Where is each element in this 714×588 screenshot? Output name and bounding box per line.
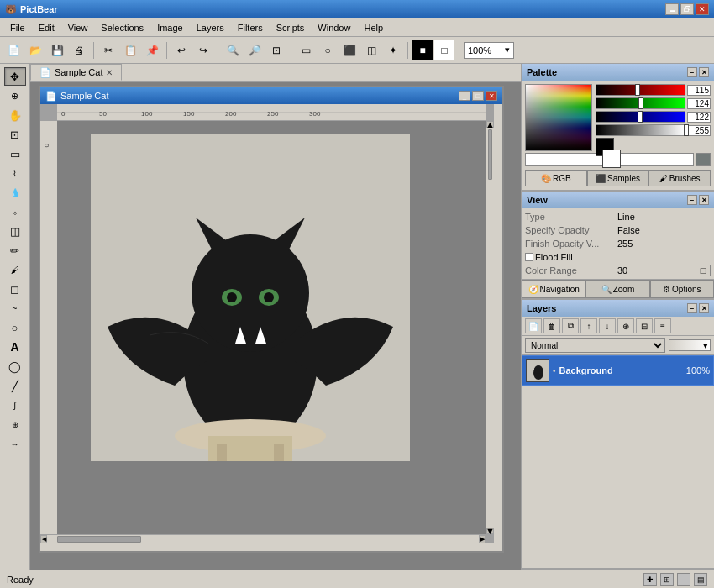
delete-layer-btn[interactable]: 🗑 — [543, 318, 560, 333]
tool-clone[interactable]: ⊕ — [4, 415, 26, 433]
tab-brushes[interactable]: 🖌 Brushes — [648, 170, 711, 186]
hue-gradient[interactable] — [525, 84, 592, 151]
background-swatch[interactable] — [602, 150, 621, 168]
menu-file[interactable]: File — [3, 21, 32, 34]
layers-pin[interactable]: − — [687, 303, 697, 313]
tool-select-rect[interactable]: ▭ — [4, 144, 26, 163]
bg-color[interactable]: □ — [434, 40, 454, 60]
menu-help[interactable]: Help — [357, 21, 390, 34]
open-button[interactable]: 📂 — [25, 40, 45, 60]
flood-fill-checkbox[interactable] — [525, 253, 533, 261]
new-layer-btn[interactable]: 📄 — [525, 318, 542, 333]
tab-samples[interactable]: ⬛ Samples — [587, 170, 649, 186]
zoom-out-button[interactable]: 🔍 — [223, 40, 243, 60]
layers-close[interactable]: ✕ — [699, 303, 709, 313]
green-thumb[interactable] — [638, 97, 643, 109]
move-up-btn[interactable]: ↑ — [580, 318, 597, 333]
status-icon-3[interactable]: — — [677, 573, 690, 586]
paste-button[interactable]: 📌 — [142, 40, 162, 60]
redo-button[interactable]: ↪ — [193, 40, 213, 60]
menu-filters[interactable]: Filters — [231, 21, 270, 34]
fg-color[interactable]: ■ — [412, 40, 433, 60]
red-slider[interactable] — [596, 84, 685, 96]
magic-wand[interactable]: ✦ — [383, 40, 403, 60]
tool-paintbucket[interactable]: ⬦ — [4, 202, 26, 221]
tool-brush[interactable]: 🖌 — [4, 260, 26, 279]
tool-eraser[interactable]: ◻ — [4, 280, 26, 298]
tool-zoom[interactable]: ⊕ — [4, 87, 26, 105]
close-button[interactable]: ✕ — [696, 3, 709, 15]
duplicate-layer-btn[interactable]: ⧉ — [562, 318, 579, 333]
menu-edit[interactable]: Edit — [32, 21, 61, 34]
alpha-thumb[interactable] — [684, 124, 689, 136]
color-range-btn[interactable]: □ — [696, 265, 711, 276]
tool-line[interactable]: ╱ — [4, 376, 26, 395]
ellipse-tool[interactable]: ○ — [318, 40, 338, 60]
layer-options-btn[interactable]: ≡ — [654, 318, 671, 333]
view-close[interactable]: ✕ — [699, 195, 709, 205]
blue-thumb[interactable] — [638, 111, 643, 123]
undo-button[interactable]: ↩ — [171, 40, 192, 60]
zoom-fit-button[interactable]: ⊡ — [266, 40, 286, 60]
scroll-left-arrow[interactable]: ◀ — [40, 535, 47, 543]
tool-move[interactable]: ✥ — [4, 67, 26, 86]
palette-close[interactable]: ✕ — [699, 67, 709, 77]
doc-maximize[interactable]: □ — [472, 91, 484, 101]
doc-minimize[interactable]: _ — [459, 91, 470, 101]
menu-selections[interactable]: Selections — [94, 21, 150, 34]
move-down-btn[interactable]: ↓ — [599, 318, 616, 333]
tab-navigation[interactable]: 🧭 Navigation — [522, 280, 585, 298]
flatten-btn[interactable]: ⊟ — [636, 318, 653, 333]
red-thumb[interactable] — [635, 84, 640, 96]
status-icon-1[interactable]: ✚ — [643, 573, 657, 586]
tool-hand[interactable]: ✋ — [4, 106, 26, 124]
menu-view[interactable]: View — [61, 21, 95, 34]
horizontal-scrollbar[interactable]: ◀ ▶ — [40, 534, 486, 543]
scroll-up-arrow[interactable]: ▲ — [486, 121, 494, 128]
zoom-in-button[interactable]: 🔎 — [244, 40, 265, 60]
fill-tool[interactable]: ⬛ — [339, 40, 360, 60]
scroll-right-arrow[interactable]: ▶ — [479, 535, 486, 543]
menu-image[interactable]: Image — [150, 21, 190, 34]
save-button[interactable]: 💾 — [47, 40, 67, 60]
rect-tool[interactable]: ▭ — [296, 40, 316, 60]
tool-text[interactable]: A — [4, 338, 26, 356]
status-icon-2[interactable]: ⊞ — [660, 573, 674, 586]
maximize-button[interactable]: 🗗 — [680, 3, 694, 15]
tab-options[interactable]: ⚙ Options — [650, 280, 714, 298]
tool-lasso[interactable]: ⌇ — [4, 164, 26, 182]
tab-sample-cat[interactable]: 📄 Sample Cat ✕ — [30, 64, 122, 81]
opacity-bar[interactable]: ▾ — [669, 339, 711, 351]
zoom-display[interactable]: 100% ▾ — [464, 42, 514, 59]
copy-button[interactable]: 📋 — [120, 40, 140, 60]
minimize-button[interactable]: 🗕 — [665, 3, 679, 15]
tool-path[interactable]: ∫ — [4, 396, 26, 414]
vertical-scroll-thumb[interactable] — [488, 129, 492, 180]
tool-measure[interactable]: ↔ — [4, 434, 26, 453]
cut-button[interactable]: ✂ — [98, 40, 118, 60]
layer-item-background[interactable]: • Background 100% — [522, 355, 714, 386]
tool-dodge[interactable]: ○ — [4, 318, 26, 337]
alpha-value[interactable]: 255 — [687, 125, 711, 136]
tool-smudge[interactable]: ~ — [4, 299, 26, 318]
tab-close-button[interactable]: ✕ — [106, 68, 113, 77]
tab-rgb[interactable]: 🎨 RGB — [525, 170, 587, 186]
menu-layers[interactable]: Layers — [190, 21, 231, 34]
palette-pin[interactable]: − — [687, 67, 697, 77]
print-button[interactable]: 🖨 — [69, 40, 89, 60]
scroll-down-arrow[interactable]: ▼ — [486, 528, 494, 534]
status-icon-4[interactable]: ▤ — [694, 573, 707, 586]
blend-mode-select[interactable]: Normal — [525, 338, 665, 353]
vertical-scrollbar[interactable]: ▲ ▼ — [486, 121, 494, 534]
green-value[interactable]: 124 — [687, 98, 711, 109]
tool-pencil[interactable]: ✏ — [4, 241, 26, 260]
tool-gradient[interactable]: ◫ — [4, 222, 26, 240]
tab-zoom[interactable]: 🔍 Zoom — [585, 280, 649, 298]
red-value[interactable]: 115 — [687, 85, 711, 96]
tool-dropper[interactable]: 💧 — [4, 183, 26, 202]
horizontal-scroll-thumb[interactable] — [57, 536, 141, 543]
tool-crop[interactable]: ⊡ — [4, 125, 26, 144]
zoom-dropdown-icon[interactable]: ▾ — [505, 45, 510, 55]
view-pin[interactable]: − — [687, 195, 697, 205]
gradient-tool[interactable]: ◫ — [361, 40, 381, 60]
